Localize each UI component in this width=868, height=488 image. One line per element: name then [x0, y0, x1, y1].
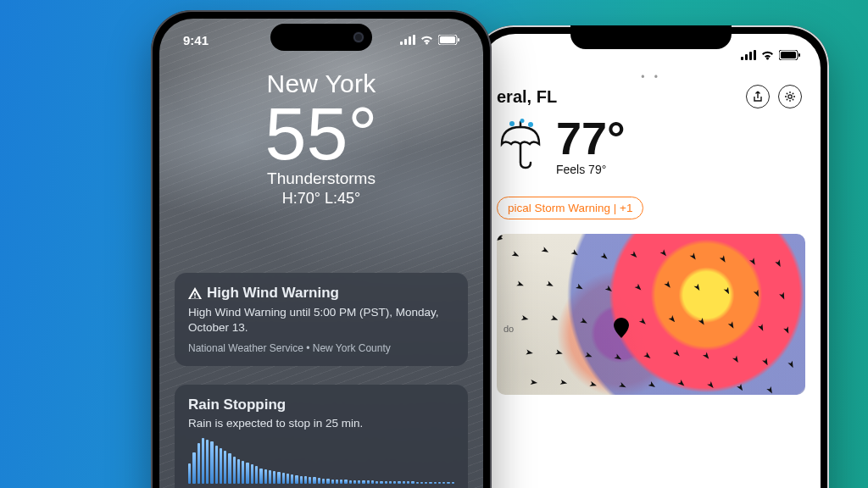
cellular-icon: [400, 35, 415, 45]
warning-icon: [188, 286, 202, 300]
svg-rect-6: [798, 53, 800, 57]
app-screenshot-canvas: { "left": { "status_time": "9:41", "city…: [0, 0, 868, 488]
settings-button[interactable]: [778, 85, 802, 108]
map-pin-icon: [614, 318, 629, 338]
alert-title: High Wind Warning: [207, 285, 339, 302]
svg-point-9: [520, 119, 525, 123]
gear-icon: [784, 91, 796, 103]
status-icons: [741, 50, 800, 60]
svg-rect-3: [754, 50, 756, 60]
cellular-icon: [741, 50, 756, 60]
page-dots: • •: [481, 71, 821, 83]
location-title: eral, FL: [497, 87, 557, 107]
svg-rect-14: [413, 35, 415, 45]
map-city-label: do: [504, 324, 514, 334]
svg-rect-11: [400, 42, 403, 45]
temperature-value: 55°: [159, 97, 483, 171]
svg-rect-13: [409, 36, 411, 45]
phone-right: • • eral, FL 77° Feels 79: [473, 25, 829, 488]
svg-rect-5: [781, 52, 796, 58]
share-button[interactable]: [746, 85, 770, 108]
battery-icon: [438, 35, 459, 45]
weather-hero: New York 55° Thunderstorms H:70° L:45°: [159, 69, 483, 208]
alert-card[interactable]: High Wind Warning High Wind Warning unti…: [175, 273, 468, 366]
svg-rect-1: [745, 54, 748, 60]
svg-rect-0: [741, 57, 743, 60]
svg-rect-2: [749, 52, 752, 60]
alert-body: High Wind Warning until 5:00 PM (PST), M…: [188, 305, 454, 336]
rain-body: Rain is expected to stop in 25 min.: [188, 417, 454, 430]
rain-minutecast-chart: [188, 438, 454, 484]
svg-rect-12: [404, 39, 407, 45]
rain-card[interactable]: Rain Stopping Rain is expected to stop i…: [175, 385, 468, 488]
high-low: H:70° L:45°: [159, 190, 483, 208]
battery-icon: [779, 50, 800, 60]
storm-warning-pill[interactable]: pical Storm Warning | +1: [497, 197, 643, 219]
dynamic-island: [270, 24, 372, 51]
share-icon: [752, 91, 764, 103]
camera-icon: [353, 32, 364, 42]
wifi-icon: [420, 35, 434, 45]
svg-point-10: [528, 122, 533, 127]
feels-like: Feels 79°: [556, 163, 626, 176]
wind-arrows-icon: [497, 234, 805, 395]
temperature-value: 77°: [556, 115, 626, 161]
status-time: 9:41: [183, 33, 209, 47]
alert-source: National Weather Service • New York Coun…: [188, 342, 454, 354]
svg-rect-17: [458, 38, 459, 42]
notch: [570, 25, 732, 49]
svg-point-7: [788, 95, 792, 98]
screen-left: 9:41 New York 55° Thunderstorms H:70° L:…: [159, 19, 483, 488]
screen-right: • • eral, FL 77° Feels 79: [481, 34, 821, 488]
umbrella-rain-icon: [497, 119, 544, 173]
status-icons: [400, 35, 459, 45]
wifi-icon: [760, 50, 775, 60]
phone-left: 9:41 New York 55° Thunderstorms H:70° L:…: [151, 10, 492, 488]
svg-rect-16: [440, 36, 455, 43]
svg-point-8: [509, 121, 515, 126]
condition-label: Thunderstorms: [159, 169, 483, 188]
rain-title: Rain Stopping: [188, 396, 454, 413]
radar-map[interactable]: do: [497, 234, 805, 395]
